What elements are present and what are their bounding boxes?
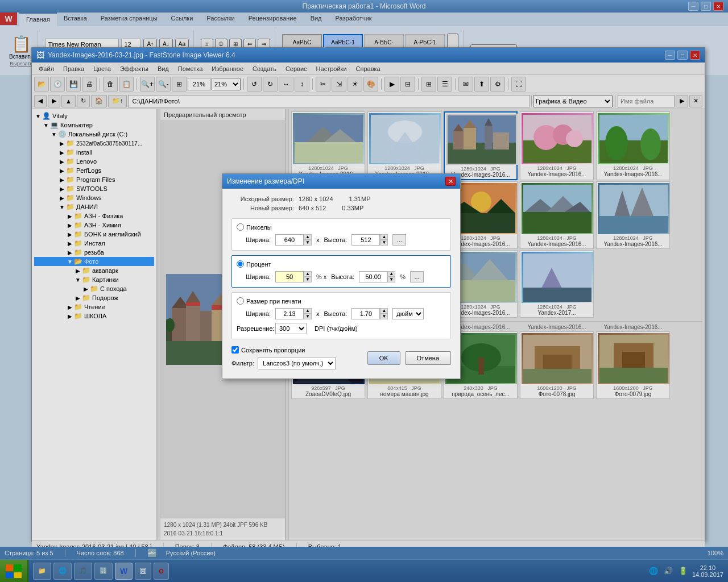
- width-down[interactable]: ▼: [304, 240, 312, 246]
- percent-radio-label[interactable]: Процент: [237, 260, 446, 268]
- print-width-input[interactable]: [275, 308, 304, 319]
- new-size-value: 640 x 512: [299, 205, 326, 211]
- ok-button[interactable]: OK: [367, 351, 400, 365]
- pixels-label: Пикселы: [246, 224, 272, 231]
- pixels-row: Ширина: ▲ ▼ x Высота: ▲ ▼: [237, 234, 446, 246]
- dialog-buttons: OK Отмена: [367, 351, 451, 365]
- percent-width-up[interactable]: ▲: [304, 271, 312, 277]
- print-x-sep: x: [316, 310, 320, 317]
- print-width-up[interactable]: ▲: [304, 308, 312, 314]
- percent-section: Процент Ширина: ▲ ▼ % x Высота: ▲: [231, 255, 451, 288]
- print-width-input-group: ▲ ▼: [275, 308, 312, 319]
- print-height-spin: ▲ ▼: [380, 308, 388, 319]
- new-mp: 0.33МР: [342, 205, 363, 211]
- footer-left: Сохранять пропорции Фильтр: Lanczos3 (по…: [231, 346, 336, 369]
- width-input[interactable]: [275, 234, 304, 246]
- source-mp: 1.31МР: [349, 196, 371, 202]
- print-width-label: Ширина:: [237, 310, 271, 317]
- percent-width-input[interactable]: [275, 271, 304, 282]
- print-height-input-group: ▲ ▼: [351, 308, 388, 319]
- pixels-section: Пикселы Ширина: ▲ ▼ x Высота: ▲: [231, 218, 451, 251]
- percent-width-label: Ширина:: [237, 273, 271, 280]
- percent-label: Процент: [246, 261, 271, 268]
- keep-proportions-text: Сохранять пропорции: [241, 347, 305, 354]
- keep-proportions-checkbox[interactable]: [231, 346, 239, 354]
- percent-width-spin: ▲ ▼: [304, 271, 312, 282]
- new-size-label: Новый размер:: [231, 205, 294, 211]
- dialog-content: Исходный размер: 728 x 582 1.31МР Новы…: [222, 189, 460, 379]
- percent-width-down[interactable]: ▼: [304, 277, 312, 282]
- height-down[interactable]: ▼: [380, 240, 388, 246]
- print-height-up[interactable]: ▲: [380, 308, 388, 314]
- print-row: Ширина: ▲ ▼ x Высота: ▲ ▼: [237, 308, 446, 319]
- percent-height-up[interactable]: ▲: [387, 271, 395, 277]
- width-up[interactable]: ▲: [304, 234, 312, 240]
- dialog-titlebar: Изменение размера/DPI ✕: [222, 174, 460, 189]
- filter-row: Фильтр: Lanczos3 (по умолч.) Bilinear Bi…: [231, 357, 336, 369]
- percent-options-button[interactable]: ...: [410, 271, 424, 282]
- height-input-group: ▲ ▼: [351, 234, 388, 246]
- source-size-label: Исходный размер:: [231, 196, 294, 202]
- percent-height-down[interactable]: ▼: [387, 277, 395, 282]
- percent-radio[interactable]: [237, 260, 244, 268]
- percent-unit: % x: [316, 273, 326, 280]
- pixels-radio-label[interactable]: Пикселы: [237, 223, 446, 231]
- print-width-down[interactable]: ▼: [304, 314, 312, 319]
- dpi-label: Разрешение:: [237, 325, 271, 332]
- height-spin: ▲ ▼: [380, 234, 388, 246]
- print-width-spin: ▲ ▼: [304, 308, 312, 319]
- source-size-value: 728 x 582: [299, 196, 333, 202]
- pixels-radio[interactable]: [237, 223, 244, 231]
- dpi-row: Разрешение: 300 72 96 150 DPI (тчк/дюйм): [237, 323, 446, 334]
- percent-height-input[interactable]: [359, 271, 387, 282]
- print-section: Размер при печати Ширина: ▲ ▼ x Высота: …: [231, 292, 451, 339]
- resize-dialog: Изменение размера/DPI ✕ Исходный размер:…: [222, 173, 461, 379]
- pixels-options-button[interactable]: ...: [392, 234, 406, 246]
- dialog-close-button[interactable]: ✕: [445, 177, 456, 186]
- filter-select[interactable]: Lanczos3 (по умолч.) Bilinear Bicubic: [258, 357, 336, 369]
- percent-height-label: Высота:: [331, 273, 354, 280]
- filter-label: Фильтр:: [231, 360, 254, 367]
- print-label: Размер при печати: [246, 298, 301, 305]
- print-height-label: Высота:: [324, 310, 348, 317]
- dpi-unit: DPI (тчк/дюйм): [315, 325, 358, 332]
- dpi-select[interactable]: 300 72 96 150: [275, 323, 307, 334]
- percent-width-input-group: ▲ ▼: [275, 271, 312, 282]
- height-up[interactable]: ▲: [380, 234, 388, 240]
- dialog-footer: Сохранять пропорции Фильтр: Lanczos3 (по…: [231, 344, 451, 372]
- dialog-size-info: Исходный размер: 728 x 582 1.31МР Новы…: [231, 196, 451, 211]
- width-input-group: ▲ ▼: [275, 234, 312, 246]
- percent-height-input-group: ▲ ▼: [359, 271, 395, 282]
- height-input[interactable]: [351, 234, 380, 246]
- print-radio-label[interactable]: Размер при печати: [237, 297, 446, 305]
- x-separator: x: [316, 236, 320, 243]
- height-label: Высота:: [324, 236, 348, 243]
- percent-row: Ширина: ▲ ▼ % x Высота: ▲ ▼: [237, 271, 446, 282]
- width-spin: ▲ ▼: [304, 234, 312, 246]
- cancel-button[interactable]: Отмена: [405, 351, 451, 365]
- print-radio[interactable]: [237, 297, 244, 305]
- percent-height-spin: ▲ ▼: [387, 271, 395, 282]
- print-height-input[interactable]: [351, 308, 380, 319]
- new-size-row: Новый размер: 640 x 512 0.33МР: [231, 205, 451, 211]
- width-label: Ширина:: [237, 236, 271, 243]
- dialog-title: Изменение размера/DPI: [227, 177, 304, 185]
- print-height-down[interactable]: ▼: [380, 314, 388, 319]
- source-size-row: Исходный размер: 728 x 582 1.31МР: [231, 196, 451, 202]
- print-unit-select[interactable]: дюйм см: [392, 308, 424, 319]
- keep-proportions-label[interactable]: Сохранять пропорции: [231, 346, 336, 354]
- percent-unit2: %: [400, 273, 406, 280]
